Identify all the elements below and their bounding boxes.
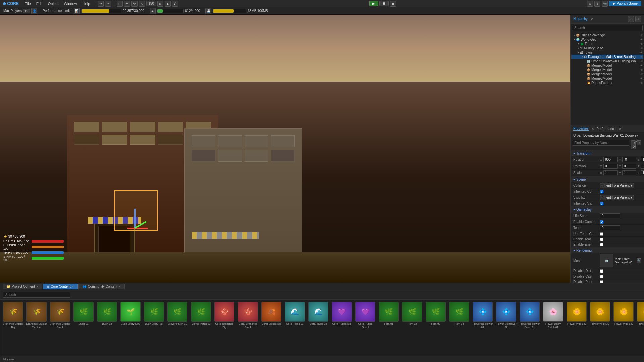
enable-tear-checkbox[interactable] xyxy=(600,238,603,241)
grid-item-22[interactable]: 💠Flower Bellflower Patch 01 xyxy=(518,301,541,329)
grid-item-26[interactable]: 🌼Flower Wild Lily xyxy=(612,301,635,326)
tree-item-0[interactable]: ▾📦Ruins Scavenge👁 xyxy=(571,33,643,37)
content-search-input[interactable] xyxy=(3,292,70,298)
team-input[interactable] xyxy=(600,225,620,230)
prop-close[interactable]: ✕ xyxy=(591,127,594,131)
tree-item-5[interactable]: ▾🏚Damaged - Main Street Building👁 xyxy=(571,55,643,59)
collision-dropdown[interactable]: Inherit from Parent ▾ xyxy=(600,183,634,188)
tree-item-4[interactable]: ▾🏙Town👁 xyxy=(571,50,643,55)
rot-x[interactable] xyxy=(603,164,618,169)
scene-header[interactable]: ▾ Scene xyxy=(571,177,644,182)
grid-item-7[interactable]: 🌿Clover Patch 01 xyxy=(166,301,189,326)
menu-help[interactable]: Help xyxy=(80,2,92,6)
stop-button[interactable]: ⏹ xyxy=(390,1,396,7)
tree-item-7[interactable]: 📦MergedModel👁 xyxy=(571,63,643,68)
rotate-tool[interactable]: ↻ xyxy=(131,1,138,7)
redo-btn[interactable]: ↪ xyxy=(105,1,111,7)
prop-find-input[interactable] xyxy=(572,140,629,146)
grid-item-25[interactable]: 🌼Flower Wild Lily xyxy=(589,301,611,326)
rendering-header[interactable]: ▾ Rendering xyxy=(571,248,644,253)
grid-item-3[interactable]: 🌿Bush 01 xyxy=(72,301,95,326)
terrain-tool[interactable]: ▲ xyxy=(165,1,171,7)
scale-y[interactable] xyxy=(622,170,636,175)
performance-tab[interactable]: Performance xyxy=(597,127,616,131)
grid-item-19[interactable]: 🌿Fern 04 xyxy=(448,301,471,326)
grid-item-11[interactable]: 🍂Coral Spikes Big xyxy=(260,301,283,326)
tree-item-1[interactable]: ▾🌍World Geo👁 xyxy=(571,37,643,42)
grid-item-15[interactable]: 💜Coral Tubes Small xyxy=(354,301,377,329)
transform-header[interactable]: ▾ Transform xyxy=(571,150,644,156)
grid-item-23[interactable]: 🌸Flower Daisy Patch 01 xyxy=(542,301,565,329)
grid-item-12[interactable]: 🌊Coral Table 01 xyxy=(283,301,306,326)
hierarchy-close[interactable]: ✕ xyxy=(590,17,593,21)
grid-item-9[interactable]: 🪸Coral Branches Big xyxy=(213,301,236,329)
grid-item-0[interactable]: 🌾Branches Cluster Big xyxy=(2,301,24,329)
select-tool[interactable]: ▢ xyxy=(117,1,123,7)
play-button[interactable]: ▶ xyxy=(369,1,378,6)
tree-item-2[interactable]: ▾🌲Trees👁 xyxy=(571,42,643,46)
content-grid[interactable]: 🌾Branches Cluster Big🌾Branches Cluster M… xyxy=(0,300,644,356)
rot-y[interactable] xyxy=(622,164,636,169)
tab-core-close[interactable]: ✕ xyxy=(72,285,74,288)
pos-x[interactable] xyxy=(603,157,618,162)
pos-z[interactable] xyxy=(641,157,644,162)
tab-project-close[interactable]: ✕ xyxy=(36,285,39,288)
grid-item-18[interactable]: 🌿Fern 03 xyxy=(424,301,447,326)
inherited-vis-checkbox[interactable] xyxy=(600,202,603,205)
grid-item-27[interactable]: 🌼Flower Wild Lily xyxy=(636,301,644,326)
grid-item-1[interactable]: 🌾Branches Cluster Medium xyxy=(25,301,48,329)
publish-button[interactable]: ▶ Publish Game xyxy=(609,1,641,6)
grid-item-20[interactable]: 💠Flower Bellflower 01 xyxy=(471,301,494,329)
tree-item-9[interactable]: 📦MergedModel👁 xyxy=(571,72,643,76)
paint-tool[interactable]: 🖌 xyxy=(172,1,178,7)
tree-item-8[interactable]: 📦MergedModel👁 xyxy=(571,68,643,72)
grid-item-8[interactable]: 🌿Clover Patch 02 xyxy=(190,301,212,326)
grid-item-14[interactable]: 💜Coral Tubes Big xyxy=(330,301,353,326)
menu-object[interactable]: Object xyxy=(46,2,61,6)
tree-item-10[interactable]: 📦MergedModel👁 xyxy=(571,76,643,81)
grid-item-13[interactable]: 🌊Coral Table 02 xyxy=(307,301,330,326)
scale-tool[interactable]: ⤡ xyxy=(139,1,145,7)
grid-item-21[interactable]: 💠Flower Bellflower 02 xyxy=(495,301,518,329)
pos-y[interactable] xyxy=(622,157,636,162)
grid-item-24[interactable]: 🌼Flower Wild Lily xyxy=(565,301,588,326)
inherited-col-checkbox[interactable] xyxy=(600,190,603,193)
disable-cast-checkbox[interactable] xyxy=(600,275,603,278)
hierarchy-search[interactable] xyxy=(572,25,643,31)
rot-z[interactable] xyxy=(641,164,644,169)
properties-tab[interactable]: Properties xyxy=(573,127,589,131)
scale-z[interactable] xyxy=(641,170,644,175)
hierarchy-add[interactable]: + xyxy=(635,16,641,22)
camera-btn[interactable]: 📷 xyxy=(602,1,608,7)
disable-rece-checkbox[interactable] xyxy=(600,280,603,283)
grid-item-6[interactable]: 🌿Bush Leafy Tall xyxy=(143,301,165,326)
menu-window[interactable]: Window xyxy=(62,2,79,6)
hierarchy-filter[interactable]: ⊞ xyxy=(628,16,634,22)
gameplay-header[interactable]: ▾ Gameplay xyxy=(571,207,644,213)
viewport[interactable]: ⚡ 30 / 30 900 HEALTH: 100 / 100 HUNGER: … xyxy=(0,15,570,283)
grid-item-2[interactable]: 🌾Branches Cluster Small xyxy=(49,301,71,329)
tab-community-content[interactable]: 👥 Community Content ✕ xyxy=(78,284,124,289)
prop-lua-btn[interactable]: ≺/≻ xyxy=(631,140,636,149)
visibility-dropdown[interactable]: Inherit from Parent ▾ xyxy=(600,195,634,200)
move-tool[interactable]: ✛ xyxy=(124,1,130,7)
snap-toggle[interactable]: 150 xyxy=(146,1,156,6)
grid-item-4[interactable]: 🌿Bush 02 xyxy=(96,301,118,326)
max-players-value[interactable]: 12 xyxy=(23,9,30,13)
lifespan-input[interactable] xyxy=(600,213,620,218)
preview-btn[interactable]: 🖥 xyxy=(594,1,600,7)
mesh-locate[interactable]: 🔍 xyxy=(637,258,641,263)
prop-add-btn[interactable]: + xyxy=(637,140,641,145)
enable-camera-checkbox[interactable] xyxy=(600,220,603,224)
snap-grid[interactable]: ⊞ xyxy=(157,1,163,7)
grid-item-10[interactable]: 🪸Coral Branches Small xyxy=(236,301,259,329)
grid-item-17[interactable]: 🌿Fern 02 xyxy=(401,301,424,326)
grid-item-5[interactable]: 🌱Bush Leafy Low xyxy=(119,301,142,326)
enable-ener-checkbox[interactable] xyxy=(600,243,603,246)
tab-core-content[interactable]: ⊕ Core Content ✕ xyxy=(43,284,78,289)
menu-file[interactable]: File xyxy=(23,2,33,6)
tree-item-3[interactable]: ▾🏗Military Base👁 xyxy=(571,46,643,50)
tree-item-11[interactable]: 💥DebrisExterior👁 xyxy=(571,81,643,85)
view-grid[interactable]: ⊞ xyxy=(587,1,593,7)
perf-close[interactable]: ✕ xyxy=(619,127,621,131)
